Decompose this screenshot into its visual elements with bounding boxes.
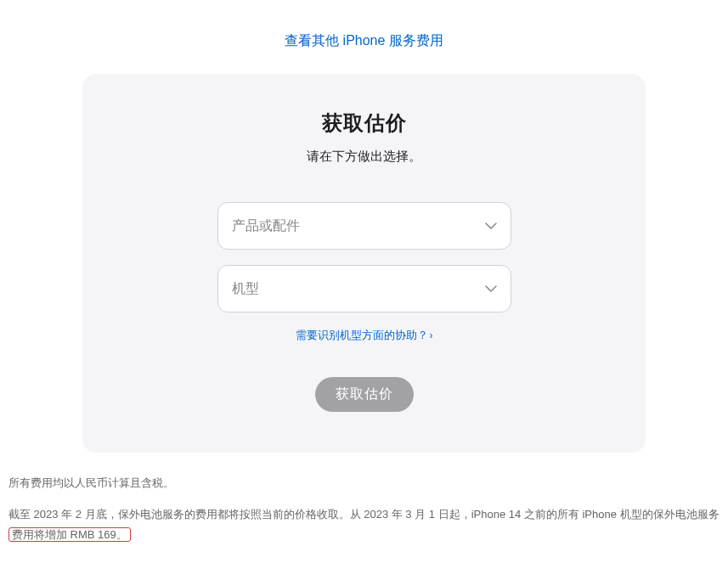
chevron-down-icon bbox=[485, 222, 497, 229]
disclaimer-line1: 所有费用均以人民币计算且含税。 bbox=[8, 473, 720, 493]
identify-model-help-link[interactable]: 需要识别机型方面的协助？› bbox=[296, 329, 433, 341]
other-services-link[interactable]: 查看其他 iPhone 服务费用 bbox=[285, 33, 443, 48]
model-select-wrapper: 机型 bbox=[217, 265, 511, 312]
chevron-right-icon: › bbox=[430, 329, 433, 341]
product-select-placeholder: 产品或配件 bbox=[232, 217, 300, 235]
product-select-wrapper: 产品或配件 bbox=[217, 202, 511, 250]
help-link-text: 需要识别机型方面的协助？ bbox=[296, 329, 428, 341]
price-increase-highlight: 费用将增加 RMB 169。 bbox=[8, 527, 131, 542]
model-select[interactable]: 机型 bbox=[217, 265, 511, 312]
help-link-container: 需要识别机型方面的协助？› bbox=[116, 328, 612, 343]
chevron-down-icon bbox=[485, 285, 497, 292]
disclaimer-line2: 截至 2023 年 2 月底，保外电池服务的费用都将按照当前的价格收取。从 20… bbox=[8, 504, 720, 544]
top-link-container: 查看其他 iPhone 服务费用 bbox=[0, 0, 728, 74]
model-select-placeholder: 机型 bbox=[232, 280, 259, 298]
get-estimate-button[interactable]: 获取估价 bbox=[315, 377, 414, 412]
disclaimer-line2-part1: 截至 2023 年 2 月底，保外电池服务的费用都将按照当前的价格收取。从 20… bbox=[8, 508, 720, 521]
card-title: 获取估价 bbox=[116, 110, 612, 137]
product-select[interactable]: 产品或配件 bbox=[217, 202, 511, 250]
card-subtitle: 请在下方做出选择。 bbox=[116, 149, 612, 165]
disclaimer-section: 所有费用均以人民币计算且含税。 截至 2023 年 2 月底，保外电池服务的费用… bbox=[0, 453, 728, 544]
estimate-card: 获取估价 请在下方做出选择。 产品或配件 机型 需要识别机型方面的协助？› 获取… bbox=[82, 74, 646, 453]
